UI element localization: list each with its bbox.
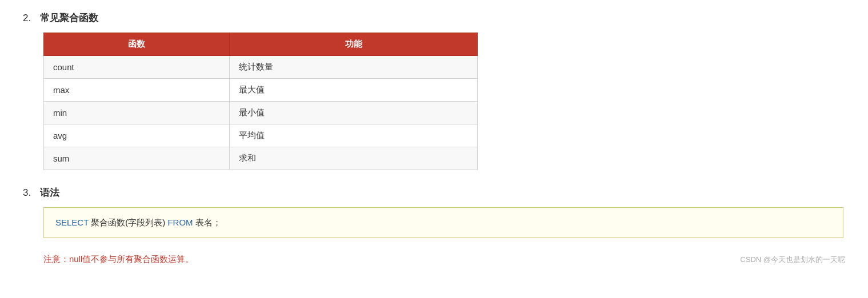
table-row: min最小值	[44, 102, 478, 124]
function-desc-cell: 平均值	[230, 124, 478, 147]
syntax-text-2: 表名；	[193, 218, 221, 227]
function-name-cell: count	[44, 56, 230, 79]
section-title-2: 2. 常见聚合函数	[23, 11, 845, 25]
section-label-3: 语法	[40, 186, 59, 199]
table-row: avg平均值	[44, 124, 478, 147]
syntax-block: SELECT 聚合函数(字段列表) FROM 表名；	[43, 207, 843, 238]
section-aggregate-functions: 2. 常见聚合函数 函数 功能 count统计数量max最大值min最小值avg…	[23, 11, 845, 170]
section-label-2: 常见聚合函数	[40, 11, 98, 25]
col-header-feature: 功能	[230, 33, 478, 56]
function-desc-cell: 最大值	[230, 79, 478, 102]
note-row: 注意：null值不参与所有聚合函数运算。 CSDN @今天也是划水的一天呢	[43, 254, 845, 265]
function-name-cell: max	[44, 79, 230, 102]
function-name-cell: avg	[44, 124, 230, 147]
aggregate-functions-table: 函数 功能 count统计数量max最大值min最小值avg平均值sum求和	[43, 33, 478, 170]
table-row: sum求和	[44, 147, 478, 170]
table-row: max最大值	[44, 79, 478, 102]
function-desc-cell: 最小值	[230, 102, 478, 124]
table-header-row: 函数 功能	[44, 33, 478, 56]
csdn-watermark: CSDN @今天也是划水的一天呢	[740, 255, 845, 265]
function-desc-cell: 统计数量	[230, 56, 478, 79]
note-text: 注意：null值不参与所有聚合函数运算。	[43, 254, 194, 265]
section-syntax: 3. 语法 SELECT 聚合函数(字段列表) FROM 表名；	[23, 186, 845, 238]
syntax-keyword-from: FROM	[167, 218, 193, 227]
table-row: count统计数量	[44, 56, 478, 79]
function-name-cell: min	[44, 102, 230, 124]
syntax-keyword-select: SELECT	[55, 218, 89, 227]
section-number-2: 2.	[23, 13, 31, 24]
function-desc-cell: 求和	[230, 147, 478, 170]
section-title-3: 3. 语法	[23, 186, 845, 199]
col-header-function: 函数	[44, 33, 230, 56]
section-number-3: 3.	[23, 187, 31, 199]
function-name-cell: sum	[44, 147, 230, 170]
syntax-text-1: 聚合函数(字段列表)	[89, 218, 167, 227]
